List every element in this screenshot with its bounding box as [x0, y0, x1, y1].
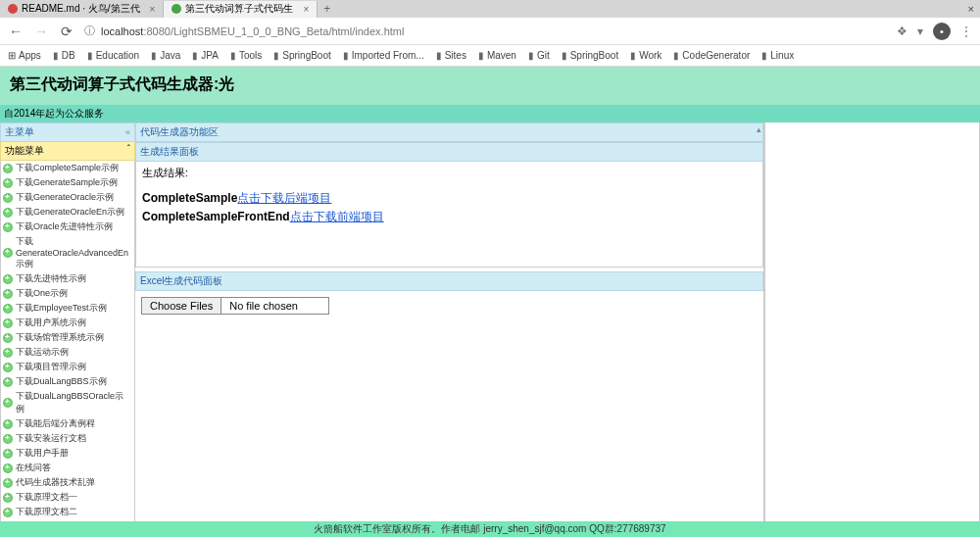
sidebar-item[interactable]: 下载CompleteSample示例: [1, 161, 134, 175]
window-close-icon[interactable]: ×: [968, 3, 974, 15]
plus-icon: [3, 348, 13, 358]
bookmark-folder[interactable]: ▮Tools: [230, 50, 262, 61]
collapse-icon[interactable]: «: [125, 127, 130, 137]
sidebar-item-label: 下载原理文档二: [16, 506, 77, 518]
sidebar-item-label: 代码生成器技术乱弹: [16, 476, 95, 489]
folder-icon: ▮: [273, 50, 279, 61]
profile-avatar[interactable]: •: [933, 23, 951, 40]
sidebar-item[interactable]: 下载GenerateOracle示例: [1, 190, 134, 205]
sidebar-item-label: 在线问答: [16, 462, 51, 474]
function-menu-header[interactable]: 功能菜单 ˆ: [0, 142, 135, 161]
sidebar-item-label: 下载One示例: [16, 287, 68, 300]
browser-tab-strip: README.md · 火鸟/第三代 × 第三代动词算子式代码生 × + ×: [0, 0, 980, 18]
sidebar-item[interactable]: 下载用户手册: [1, 446, 134, 461]
result-box: 生成结果: CompleteSample点击下载后端项目 CompleteSam…: [135, 162, 763, 268]
sidebar-item-label: 下载CompleteSample示例: [16, 162, 119, 174]
extension-icon[interactable]: ❖: [897, 24, 907, 38]
browser-tab-0[interactable]: README.md · 火鸟/第三代 ×: [0, 1, 164, 18]
apps-button[interactable]: ⊞Apps: [8, 50, 41, 61]
sidebar-item[interactable]: 下载原理文档一: [1, 490, 134, 505]
footer: 火箭船软件工作室版权所有。作者电邮 jerry_shen_sjf@qq.com …: [0, 521, 980, 537]
sidebar-item[interactable]: 下载GenerateOracleAdvancedEn示例: [1, 234, 134, 271]
center-panel: 代码生成器功能区 生成结果面板 生成结果: CompleteSample点击下载…: [135, 122, 764, 534]
bookmark-folder[interactable]: ▮CodeGenerator: [673, 50, 750, 61]
sidebar-item[interactable]: 下载GenerateOracleEn示例: [1, 205, 134, 220]
plus-icon: [3, 274, 13, 284]
folder-icon: ▮: [192, 50, 198, 61]
info-icon[interactable]: ⓘ: [84, 24, 95, 38]
apps-icon: ⊞: [8, 50, 16, 61]
url-input[interactable]: ⓘ localhost:8080/LightSBMEU_1_0_0_BNG_Be…: [84, 24, 887, 38]
folder-icon: ▮: [673, 50, 679, 61]
reload-button[interactable]: ⟳: [59, 24, 74, 39]
folder-icon: ▮: [562, 50, 567, 61]
bookmark-folder[interactable]: ▮Education: [87, 50, 139, 61]
sidebar-item[interactable]: 下载安装运行文档: [1, 431, 134, 446]
sidebar-item[interactable]: 在线问答: [1, 461, 134, 475]
func-area-header: 代码生成器功能区: [135, 122, 763, 142]
folder-icon: ▮: [87, 50, 93, 61]
plus-icon: [3, 248, 13, 258]
result-label: 生成结果:: [142, 166, 757, 180]
download-backend-link[interactable]: 点击下载后端项目: [237, 191, 331, 205]
collapse-icon[interactable]: ˆ: [127, 144, 130, 158]
sidebar-item[interactable]: 下载GenerateSample示例: [1, 175, 134, 190]
plus-icon: [3, 377, 13, 387]
page-title: 第三代动词算子式代码生成器:光: [10, 74, 970, 95]
bookmark-folder[interactable]: ▮SpringBoot: [562, 50, 618, 61]
address-bar: ← → ⟳ ⓘ localhost:8080/LightSBMEU_1_0_0_…: [0, 18, 980, 45]
browser-tab-1[interactable]: 第三代动词算子式代码生 ×: [164, 1, 318, 18]
folder-icon: ▮: [230, 50, 236, 61]
sidebar-item[interactable]: 下载能后端分离例程: [1, 416, 134, 431]
sidebar-item[interactable]: 下载运动示例: [1, 345, 134, 360]
sidebar-item[interactable]: 下载项目管理示例: [1, 360, 134, 374]
bookmark-folder[interactable]: ▮Java: [151, 50, 180, 61]
sidebar-item[interactable]: 下载用户系统示例: [1, 316, 134, 330]
close-icon[interactable]: ×: [150, 4, 156, 15]
file-chosen-text: No file chosen: [221, 297, 329, 315]
bookmark-folder[interactable]: ▮Maven: [478, 50, 516, 61]
sidebar-item[interactable]: 下载One示例: [1, 286, 134, 301]
bookmark-folder[interactable]: ▮Work: [630, 50, 662, 61]
bookmark-folder[interactable]: ▮Imported From...: [343, 50, 424, 61]
folder-icon: ▮: [478, 50, 484, 61]
bookmark-folder[interactable]: ▮Sites: [436, 50, 466, 61]
sidebar-item[interactable]: 下载DualLangBBS示例: [1, 374, 134, 389]
bookmark-folder[interactable]: ▮SpringBoot: [273, 50, 330, 61]
main-menu-header[interactable]: 主菜单 «: [0, 122, 135, 142]
sidebar-item[interactable]: 下载原理文档二: [1, 505, 134, 519]
sidebar-item-label: 下载项目管理示例: [16, 361, 86, 373]
bookmark-folder[interactable]: ▮Linux: [761, 50, 794, 61]
sidebar-item-label: 下载用户系统示例: [16, 317, 86, 329]
menu-icon[interactable]: ⋮: [960, 24, 972, 38]
download-frontend-link[interactable]: 点击下载前端项目: [290, 210, 384, 223]
sidebar-item-label: 下载GenerateOracleAdvancedEn示例: [16, 235, 132, 270]
bookmark-folder[interactable]: ▮JPA: [192, 50, 219, 61]
folder-icon: ▮: [528, 50, 534, 61]
new-tab-button[interactable]: +: [318, 2, 336, 16]
sidebar-item[interactable]: 下载Oracle先进特性示例: [1, 220, 134, 234]
choose-files-button[interactable]: Choose Files: [141, 297, 221, 315]
plus-icon: [3, 508, 13, 517]
folder-icon: ▮: [436, 50, 442, 61]
sidebar-item[interactable]: 下载先进特性示例: [1, 271, 134, 286]
plus-icon: [3, 193, 13, 203]
sidebar-item[interactable]: 下载EmployeeTest示例: [1, 301, 134, 316]
sidebar-item[interactable]: 下载DualLangBBSOracle示例: [1, 389, 134, 416]
forward-button[interactable]: →: [33, 24, 49, 39]
folder-icon: ▮: [630, 50, 636, 61]
bookmark-folder[interactable]: ▮Git: [528, 50, 550, 61]
plus-icon: [3, 208, 13, 218]
bookmark-folder[interactable]: ▮DB: [53, 50, 75, 61]
close-icon[interactable]: ×: [303, 4, 309, 15]
back-button[interactable]: ←: [8, 24, 24, 39]
plus-icon: [3, 318, 13, 328]
folder-icon: ▮: [343, 50, 349, 61]
sidebar-item[interactable]: 下载场馆管理系统示例: [1, 330, 134, 345]
extension-icon[interactable]: ▾: [917, 24, 923, 38]
url-path: :8080/LightSBMEU_1_0_0_BNG_Beta/html/ind…: [143, 25, 404, 37]
sidebar-item[interactable]: 代码生成器技术乱弹: [1, 475, 134, 490]
plus-icon: [3, 493, 13, 503]
plus-icon: [3, 333, 13, 343]
result-line-1: CompleteSample点击下载后端项目: [142, 190, 757, 207]
